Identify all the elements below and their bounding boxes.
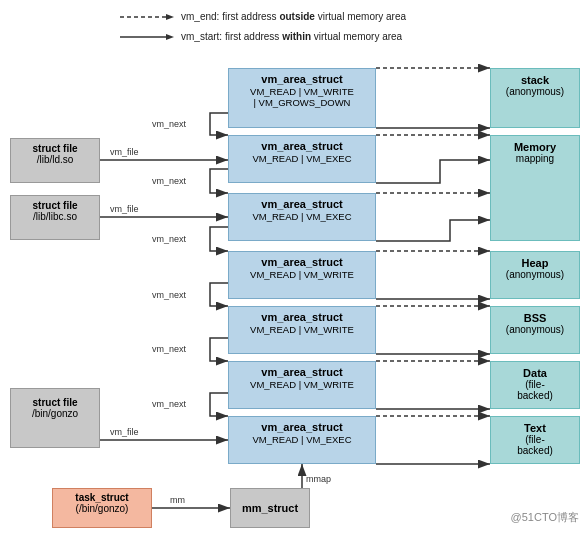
legend: vm_end: first address outside virtual me… — [120, 8, 406, 48]
mm-struct-label: mm_struct — [242, 502, 298, 514]
vma2-perms: VM_READ | VM_EXEC — [235, 153, 369, 164]
text-box: Text (file-backed) — [490, 416, 580, 464]
stack-sub: (anonymous) — [499, 86, 571, 97]
vma2-title: vm_area_struct — [235, 140, 369, 152]
vma6-perms: VM_READ | VM_WRITE — [235, 379, 369, 390]
sf-gonzo-title: struct file — [17, 397, 93, 408]
task-struct-sub: (/bin/gonzo) — [59, 503, 145, 514]
text-title: Text — [499, 422, 571, 434]
heap-box: Heap (anonymous) — [490, 251, 580, 299]
task-struct-title: task_struct — [59, 492, 145, 503]
svg-marker-1 — [166, 14, 174, 20]
vma4-title: vm_area_struct — [235, 256, 369, 268]
vmnext-label-5: vm_next — [152, 344, 187, 354]
vmnext-label-6: vm_next — [152, 399, 187, 409]
vma1-title: vm_area_struct — [235, 73, 369, 85]
vma5-perms: VM_READ | VM_WRITE — [235, 324, 369, 335]
mm-label: mm — [170, 495, 185, 505]
vma6-title: vm_area_struct — [235, 366, 369, 378]
vma7-perms: VM_READ | VM_EXEC — [235, 434, 369, 445]
watermark: @51CTO博客 — [511, 510, 579, 525]
sf-libc-title: struct file — [17, 200, 93, 211]
legend-dashed-item: vm_end: first address outside virtual me… — [120, 8, 406, 26]
sf-gonzo-sub: /bin/gonzo — [17, 408, 93, 419]
mmap-sub: mapping — [499, 153, 571, 164]
vma-box-4: vm_area_struct VM_READ | VM_WRITE — [228, 251, 376, 299]
data-title: Data — [499, 367, 571, 379]
vmnext-label-4: vm_next — [152, 290, 187, 300]
struct-file-gonzo: struct file /bin/gonzo — [10, 388, 100, 448]
bss-box: BSS (anonymous) — [490, 306, 580, 354]
mmap-title: Memory — [499, 141, 571, 153]
vma3-title: vm_area_struct — [235, 198, 369, 210]
vma-box-3: vm_area_struct VM_READ | VM_EXEC — [228, 193, 376, 241]
svg-marker-3 — [166, 34, 174, 40]
vma7-title: vm_area_struct — [235, 421, 369, 433]
mmap-label: mmap — [306, 474, 331, 484]
vmnext-label-1: vm_next — [152, 119, 187, 129]
data-sub: (file-backed) — [499, 379, 571, 401]
vmfile-label-2: vm_file — [110, 204, 139, 214]
vma-box-6: vm_area_struct VM_READ | VM_WRITE — [228, 361, 376, 409]
data-box: Data (file-backed) — [490, 361, 580, 409]
vma-box-7: vm_area_struct VM_READ | VM_EXEC — [228, 416, 376, 464]
task-struct-box: task_struct (/bin/gonzo) — [52, 488, 152, 528]
stack-title: stack — [499, 74, 571, 86]
legend-solid-text: vm_start: first address within virtual m… — [181, 28, 402, 46]
vmfile-label-3: vm_file — [110, 427, 139, 437]
struct-file-ld: struct file /lib/ld.so — [10, 138, 100, 183]
sf-ld-title: struct file — [17, 143, 93, 154]
bss-title: BSS — [499, 312, 571, 324]
vma5-title: vm_area_struct — [235, 311, 369, 323]
vma-box-1: vm_area_struct VM_READ | VM_WRITE| VM_GR… — [228, 68, 376, 128]
vmnext-label-3: vm_next — [152, 234, 187, 244]
bss-sub: (anonymous) — [499, 324, 571, 335]
text-sub: (file-backed) — [499, 434, 571, 456]
vma-box-2: vm_area_struct VM_READ | VM_EXEC — [228, 135, 376, 183]
sf-ld-sub: /lib/ld.so — [17, 154, 93, 165]
legend-dashed-text: vm_end: first address outside virtual me… — [181, 8, 406, 26]
vmfile-label-1: vm_file — [110, 147, 139, 157]
legend-solid-item: vm_start: first address within virtual m… — [120, 28, 406, 46]
vma-box-5: vm_area_struct VM_READ | VM_WRITE — [228, 306, 376, 354]
vma1-perms: VM_READ | VM_WRITE| VM_GROWS_DOWN — [235, 86, 369, 108]
vma3-perms: VM_READ | VM_EXEC — [235, 211, 369, 222]
struct-file-libc: struct file /lib/libc.so — [10, 195, 100, 240]
heap-sub: (anonymous) — [499, 269, 571, 280]
stack-box: stack (anonymous) — [490, 68, 580, 128]
vmnext-label-2: vm_next — [152, 176, 187, 186]
mm-struct-box: mm_struct — [230, 488, 310, 528]
diagram: vm_end: first address outside virtual me… — [0, 0, 587, 533]
heap-title: Heap — [499, 257, 571, 269]
mmap-box: Memory mapping — [490, 135, 580, 241]
sf-libc-sub: /lib/libc.so — [17, 211, 93, 222]
vma4-perms: VM_READ | VM_WRITE — [235, 269, 369, 280]
